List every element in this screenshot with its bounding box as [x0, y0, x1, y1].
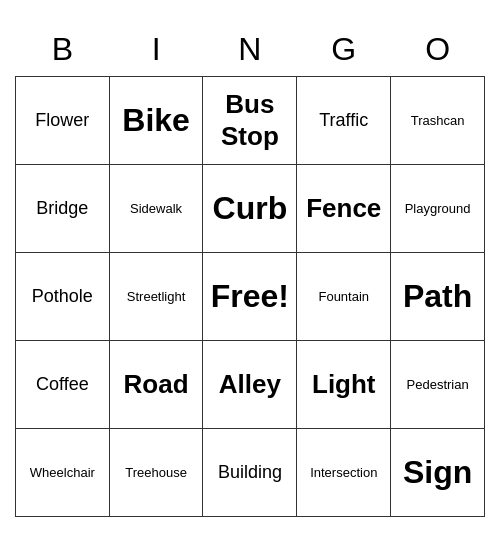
bingo-cell-4-3: Intersection — [297, 429, 391, 517]
bingo-cell-1-4: Playground — [391, 165, 485, 253]
bingo-cell-1-3: Fence — [297, 165, 391, 253]
bingo-row-0: FlowerBikeBus StopTrafficTrashcan — [16, 77, 485, 165]
bingo-card: BINGO FlowerBikeBus StopTrafficTrashcanB… — [15, 27, 485, 517]
bingo-letter-i: I — [109, 27, 203, 77]
bingo-cell-3-0: Coffee — [16, 341, 110, 429]
bingo-cell-2-4: Path — [391, 253, 485, 341]
bingo-cell-1-0: Bridge — [16, 165, 110, 253]
bingo-cell-0-4: Trashcan — [391, 77, 485, 165]
bingo-cell-1-2: Curb — [203, 165, 297, 253]
bingo-cell-2-0: Pothole — [16, 253, 110, 341]
bingo-cell-0-3: Traffic — [297, 77, 391, 165]
bingo-row-2: PotholeStreetlightFree!FountainPath — [16, 253, 485, 341]
bingo-letter-o: O — [391, 27, 485, 77]
bingo-cell-4-2: Building — [203, 429, 297, 517]
bingo-cell-0-0: Flower — [16, 77, 110, 165]
bingo-cell-2-3: Fountain — [297, 253, 391, 341]
bingo-cell-4-4: Sign — [391, 429, 485, 517]
bingo-row-4: WheelchairTreehouseBuildingIntersectionS… — [16, 429, 485, 517]
bingo-cell-3-1: Road — [109, 341, 203, 429]
bingo-row-1: BridgeSidewalkCurbFencePlayground — [16, 165, 485, 253]
bingo-letter-b: B — [16, 27, 110, 77]
bingo-letter-n: N — [203, 27, 297, 77]
bingo-cell-3-3: Light — [297, 341, 391, 429]
bingo-cell-2-2: Free! — [203, 253, 297, 341]
bingo-letter-g: G — [297, 27, 391, 77]
bingo-cell-1-1: Sidewalk — [109, 165, 203, 253]
bingo-cell-2-1: Streetlight — [109, 253, 203, 341]
bingo-cell-3-4: Pedestrian — [391, 341, 485, 429]
bingo-cell-4-1: Treehouse — [109, 429, 203, 517]
bingo-header: BINGO — [16, 27, 485, 77]
bingo-cell-0-2: Bus Stop — [203, 77, 297, 165]
bingo-cell-0-1: Bike — [109, 77, 203, 165]
bingo-cell-3-2: Alley — [203, 341, 297, 429]
bingo-cell-4-0: Wheelchair — [16, 429, 110, 517]
bingo-row-3: CoffeeRoadAlleyLightPedestrian — [16, 341, 485, 429]
